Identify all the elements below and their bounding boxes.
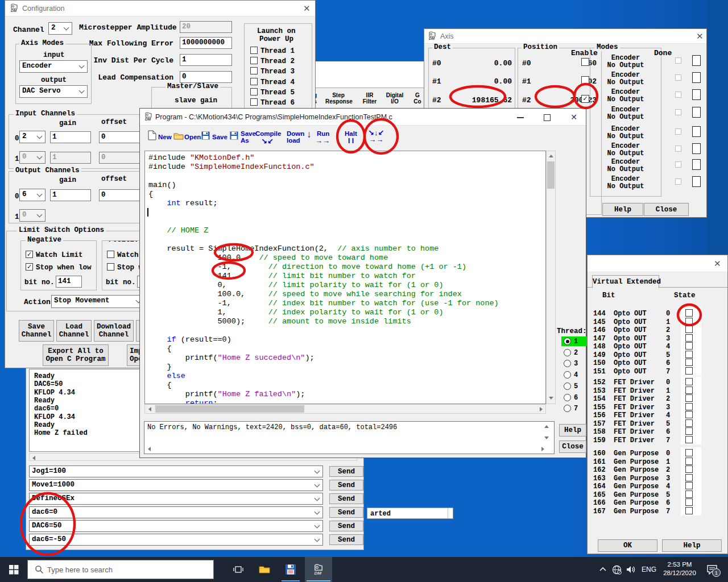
io-state-checkbox[interactable] (685, 482, 693, 489)
minimize-icon[interactable] (508, 109, 532, 126)
export-all-button[interactable]: Export All to Open C Program (43, 344, 109, 366)
input-ch0-combo[interactable]: 2 (19, 131, 46, 143)
enable-checkbox[interactable] (581, 95, 589, 103)
main-window-tab[interactable]: IIRFilter (357, 92, 383, 105)
thread-radio[interactable] (564, 405, 571, 412)
step-arrows-icon[interactable]: ↘↓↙→→ (368, 130, 384, 143)
io-state-checkbox[interactable] (685, 359, 693, 366)
output-mode-combo[interactable]: DAC Servo (19, 85, 88, 98)
download-channel-button[interactable]: Download Channel (94, 320, 134, 342)
io-state-checkbox[interactable] (685, 419, 693, 427)
close-icon[interactable]: ✕ (714, 259, 721, 268)
send-button[interactable]: Send (329, 507, 363, 518)
io-state-checkbox[interactable] (685, 309, 693, 317)
launch-thread-checkbox[interactable] (250, 98, 258, 106)
axis-select-checkbox[interactable] (692, 176, 701, 187)
task-view-button[interactable] (226, 557, 250, 582)
halt-label[interactable]: Halt (345, 130, 357, 137)
command-combo[interactable]: dac6=-50 (29, 534, 323, 546)
launch-thread-checkbox[interactable] (250, 78, 258, 85)
open-label[interactable]: Open (184, 134, 201, 140)
maximize-icon[interactable] (535, 109, 559, 126)
stop-when-low-checkbox[interactable] (107, 263, 114, 271)
code-hscrollbar[interactable] (144, 404, 546, 414)
tray-chevron-icon[interactable] (596, 557, 610, 582)
input-ch1-combo[interactable]: 0 (19, 151, 46, 164)
io-state-checkbox[interactable] (685, 490, 693, 498)
io-state-checkbox[interactable] (685, 449, 693, 456)
inv-dist-per-cycle-field[interactable]: 1 (180, 54, 232, 66)
compile-label[interactable]: Compile (255, 130, 281, 137)
axis-titlebar[interactable]: DM Axis ✕ (424, 29, 706, 44)
axis-select-checkbox[interactable] (692, 159, 701, 170)
save-icon[interactable] (201, 131, 210, 142)
network-globe-icon[interactable] (610, 557, 623, 582)
close-icon[interactable]: ✕ (561, 109, 587, 126)
command-combo[interactable]: Move1=1000 (29, 479, 323, 491)
save-as-icon[interactable] (230, 131, 238, 142)
volume-icon[interactable] (623, 557, 638, 582)
output-ch0-gain-field[interactable]: 1 (50, 189, 91, 201)
kmotion-app-button[interactable]: DM (305, 557, 332, 582)
enable-checkbox[interactable] (581, 76, 589, 84)
command-combo[interactable]: Jog1=100 (29, 465, 323, 477)
thread-radio[interactable] (564, 360, 571, 367)
input-ch1-gain-field[interactable]: 1 (50, 152, 91, 164)
axis-help-button[interactable]: Help (602, 203, 643, 216)
io-state-checkbox[interactable] (685, 351, 693, 358)
action-combo[interactable]: Stop Movement (51, 295, 144, 308)
io-state-checkbox[interactable] (685, 334, 693, 342)
close-icon[interactable]: ✕ (303, 4, 311, 13)
watch-limit-checkbox[interactable] (107, 251, 114, 258)
io-state-checkbox[interactable] (685, 411, 693, 418)
thread-radio[interactable] (564, 371, 571, 379)
negative-bit-field[interactable]: 141 (56, 276, 82, 288)
send-button[interactable]: Send (329, 466, 363, 477)
io-state-checkbox[interactable] (685, 436, 693, 443)
watch-limit-checkbox[interactable] (26, 251, 33, 258)
axis-select-checkbox[interactable] (692, 89, 701, 100)
launch-thread-checkbox[interactable] (250, 57, 258, 64)
io-state-checkbox[interactable] (685, 507, 693, 514)
save-as-label[interactable]: SaveAs (241, 130, 256, 144)
download-label[interactable]: Download (287, 130, 304, 144)
io-titlebar[interactable]: ✕ (588, 255, 727, 272)
open-folder-icon[interactable] (173, 132, 184, 142)
send-button[interactable]: Send (329, 480, 363, 490)
kmotion-save-app-button[interactable] (279, 557, 303, 582)
code-vscrollbar[interactable] (546, 151, 556, 404)
program-help-button[interactable]: Help (559, 424, 586, 436)
command-combo[interactable]: DefineCSEx (29, 493, 323, 505)
thread-radio[interactable] (564, 338, 571, 345)
launch-thread-checkbox[interactable] (250, 67, 258, 74)
io-state-checkbox[interactable] (685, 367, 693, 375)
io-state-checkbox[interactable] (685, 498, 693, 506)
io-state-checkbox[interactable] (685, 474, 693, 481)
io-ok-button[interactable]: OK (598, 539, 657, 552)
output-ch1-combo[interactable]: 0 (19, 209, 46, 222)
save-channel-button[interactable]: Save Channel (19, 320, 54, 342)
file-explorer-button[interactable] (253, 557, 276, 582)
thread-radio[interactable] (564, 349, 571, 356)
language-indicator[interactable]: ENG (642, 566, 656, 573)
io-state-checkbox[interactable] (685, 427, 693, 435)
launch-thread-checkbox[interactable] (250, 88, 258, 95)
io-state-checkbox[interactable] (685, 318, 693, 325)
axis-select-checkbox[interactable] (692, 126, 701, 137)
io-state-checkbox[interactable] (685, 458, 693, 465)
channel-combo[interactable]: 2 (48, 22, 72, 35)
io-state-checkbox[interactable] (685, 378, 693, 385)
axis-select-checkbox[interactable] (692, 55, 701, 66)
io-state-checkbox[interactable] (685, 394, 693, 402)
thread-radio[interactable] (564, 394, 571, 401)
code-area[interactable]: #include "KMotionDef.h"#include "SimpleH… (144, 151, 546, 404)
save-label[interactable]: Save (212, 134, 228, 140)
config-titlebar[interactable]: DM Configuration ✕ (5, 1, 315, 16)
program-titlebar[interactable]: DM Program - C:\KMotion434\C Programs\Si… (140, 109, 586, 126)
output-ch0-combo[interactable]: 6 (19, 189, 46, 201)
io-state-checkbox[interactable] (685, 342, 693, 350)
input-mode-combo[interactable]: Encoder (19, 60, 88, 73)
clock[interactable]: 2:53 PM 28/12/2020 (659, 560, 701, 579)
send-button[interactable]: Send (329, 493, 363, 504)
input-ch0-gain-field[interactable]: 1 (50, 131, 91, 143)
